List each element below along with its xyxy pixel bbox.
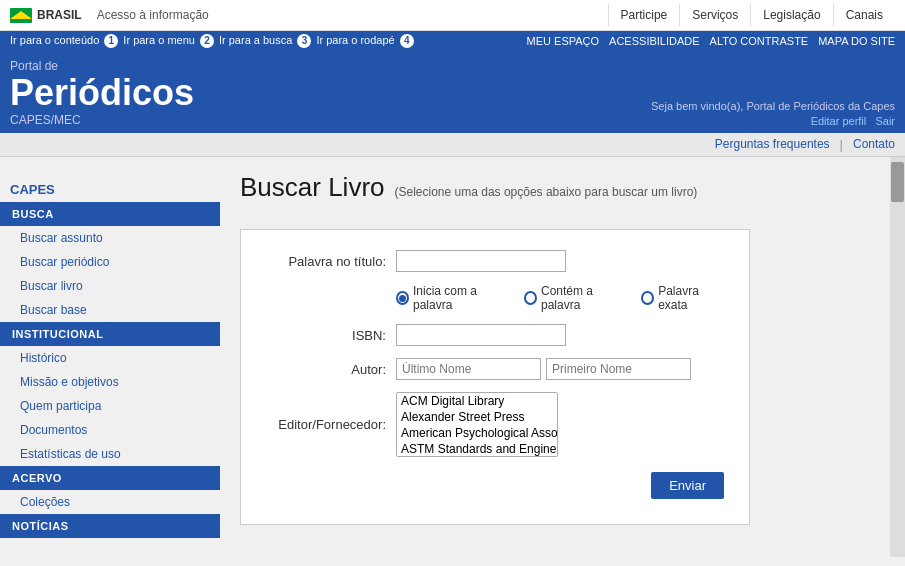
mapa-site-link[interactable]: MAPA DO SITE bbox=[818, 35, 895, 47]
header-user-info: Seja bem vindo(a), Portal de Periódicos … bbox=[651, 100, 895, 127]
sidebar-item-buscar-periodico[interactable]: Buscar periódico bbox=[0, 250, 220, 274]
sidebar-item-missao[interactable]: Missão e objetivos bbox=[0, 370, 220, 394]
portal-de-label: Portal de bbox=[10, 59, 194, 73]
editor-option-astm[interactable]: ASTM Standards and Engineer... bbox=[397, 441, 557, 457]
autor-row: Autor: bbox=[266, 358, 724, 380]
sidebar-item-estatisticas[interactable]: Estatísticas de uso bbox=[0, 442, 220, 466]
header: Portal de Periódicos CAPES/MEC Seja bem … bbox=[0, 51, 905, 133]
page-subtitle: (Selecione uma das opções abaixo para bu… bbox=[395, 185, 698, 199]
acesso-label: Acesso à informação bbox=[97, 8, 608, 22]
search-form: Palavra no título: Inicia com a palavra … bbox=[240, 229, 750, 525]
radio-inicia-icon bbox=[396, 291, 409, 305]
nav-servicos[interactable]: Serviços bbox=[679, 4, 750, 26]
radio-contem[interactable]: Contém a palavra bbox=[524, 284, 626, 312]
header-brand: Portal de Periódicos CAPES/MEC bbox=[10, 59, 194, 127]
meu-espaco-link[interactable]: MEU ESPAÇO bbox=[527, 35, 600, 47]
autor-label: Autor: bbox=[266, 362, 396, 377]
skip-menu[interactable]: Ir para o menu 2 bbox=[123, 34, 214, 48]
sidebar-institucional-section: INSTITUCIONAL bbox=[0, 322, 220, 346]
isbn-row: ISBN: bbox=[266, 324, 724, 346]
editor-option-alexander[interactable]: Alexander Street Press bbox=[397, 409, 557, 425]
acessibilidade-link[interactable]: ACESSIBILIDADE bbox=[609, 35, 699, 47]
sidebar-acervo-section: ACERVO bbox=[0, 466, 220, 490]
sidebar-item-documentos[interactable]: Documentos bbox=[0, 418, 220, 442]
radio-contem-icon bbox=[524, 291, 537, 305]
palavra-row: Palavra no título: bbox=[266, 250, 724, 272]
radio-inicia[interactable]: Inicia com a palavra bbox=[396, 284, 509, 312]
sidebar-noticias-section: NOTÍCIAS bbox=[0, 514, 220, 538]
skip-conteudo[interactable]: Ir para o conteúdo 1 bbox=[10, 34, 118, 48]
sidebar-busca-section: BUSCA bbox=[0, 202, 220, 226]
submit-row: Enviar bbox=[266, 472, 724, 499]
ultimo-nome-input[interactable] bbox=[396, 358, 541, 380]
nav-canais[interactable]: Canais bbox=[833, 4, 895, 26]
sidebar-item-buscar-assunto[interactable]: Buscar assunto bbox=[0, 226, 220, 250]
sidebar-item-quem-participa[interactable]: Quem participa bbox=[0, 394, 220, 418]
welcome-message: Seja bem vindo(a), Portal de Periódicos … bbox=[651, 100, 895, 112]
sidebar-item-buscar-base[interactable]: Buscar base bbox=[0, 298, 220, 322]
palavra-input[interactable] bbox=[396, 250, 566, 272]
scrollbar-thumb[interactable] bbox=[891, 162, 904, 202]
sidebar-item-historico[interactable]: Histórico bbox=[0, 346, 220, 370]
main-layout: CAPES BUSCA Buscar assunto Buscar periód… bbox=[0, 157, 905, 557]
faq-bar: Perguntas frequentes | Contato bbox=[0, 133, 905, 157]
isbn-label: ISBN: bbox=[266, 328, 396, 343]
sidebar-item-buscar-livro[interactable]: Buscar livro bbox=[0, 274, 220, 298]
editor-select[interactable]: ACM Digital Library Alexander Street Pre… bbox=[396, 392, 558, 457]
page-scrollbar[interactable] bbox=[890, 157, 905, 557]
editor-option-apa[interactable]: American Psychological Associ bbox=[397, 425, 557, 441]
editor-option-acm[interactable]: ACM Digital Library bbox=[397, 393, 557, 409]
skip-busca[interactable]: Ir para a busca 3 bbox=[219, 34, 311, 48]
author-inputs bbox=[396, 358, 691, 380]
radio-exata[interactable]: Palavra exata bbox=[641, 284, 724, 312]
editor-label: Editor/Fornecedor: bbox=[266, 417, 396, 432]
sidebar-item-colecoes[interactable]: Coleções bbox=[0, 490, 220, 514]
perguntas-frequentes-link[interactable]: Perguntas frequentes bbox=[715, 137, 830, 152]
editor-row: Editor/Fornecedor: ACM Digital Library A… bbox=[266, 392, 724, 457]
radio-row: Inicia com a palavra Contém a palavra Pa… bbox=[396, 284, 724, 312]
nav-participe[interactable]: Participe bbox=[608, 4, 680, 26]
capes-mec-label: CAPES/MEC bbox=[10, 113, 194, 127]
periodicos-title: Periódicos bbox=[10, 75, 194, 111]
palavra-label: Palavra no título: bbox=[266, 254, 396, 269]
primeiro-nome-input[interactable] bbox=[546, 358, 691, 380]
alto-contraste-link[interactable]: ALTO CONTRASTE bbox=[710, 35, 809, 47]
page-title: Buscar Livro bbox=[240, 172, 385, 203]
brazil-flag-icon bbox=[10, 8, 32, 23]
edit-profile-link[interactable]: Editar perfil bbox=[811, 115, 867, 127]
isbn-input[interactable] bbox=[396, 324, 566, 346]
radio-exata-icon bbox=[641, 291, 654, 305]
capes-breadcrumb: CAPES bbox=[0, 167, 220, 202]
divider: | bbox=[840, 137, 843, 152]
sair-link[interactable]: Sair bbox=[875, 115, 895, 127]
accessibility-links: MEU ESPAÇO ACESSIBILIDADE ALTO CONTRASTE… bbox=[527, 35, 895, 47]
top-bar: BRASIL Acesso à informação Participe Ser… bbox=[0, 0, 905, 31]
enviar-button[interactable]: Enviar bbox=[651, 472, 724, 499]
sidebar: CAPES BUSCA Buscar assunto Buscar periód… bbox=[0, 157, 220, 557]
skip-bar: Ir para o conteúdo 1 Ir para o menu 2 Ir… bbox=[0, 31, 905, 51]
brasil-label: BRASIL bbox=[37, 8, 82, 22]
content-area: Buscar Livro (Selecione uma das opções a… bbox=[220, 157, 890, 557]
contato-link[interactable]: Contato bbox=[853, 137, 895, 152]
skip-rodape[interactable]: Ir para o rodapé 4 bbox=[316, 34, 413, 48]
nav-legislacao[interactable]: Legislação bbox=[750, 4, 832, 26]
top-nav: Participe Serviços Legislação Canais bbox=[608, 4, 895, 26]
